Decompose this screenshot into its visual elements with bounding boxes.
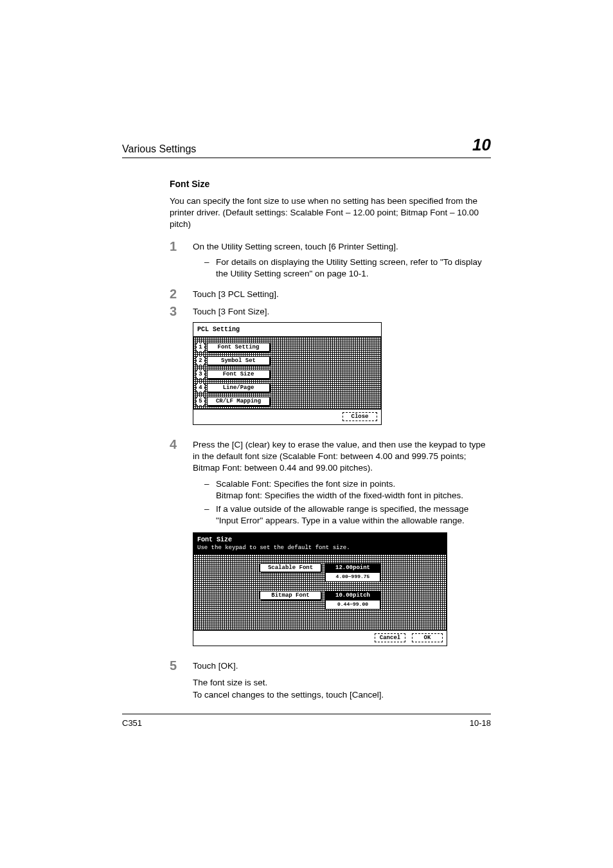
step-number: 4: [170, 438, 193, 655]
dash-icon: –: [204, 503, 216, 527]
step-para: The font size is set.: [193, 677, 491, 689]
step-text: Touch [OK].: [193, 661, 238, 671]
screen-title: PCL Setting: [193, 323, 381, 338]
bitmap-font-range: 0.44~99.00: [325, 600, 380, 610]
step-number: 1: [170, 240, 193, 284]
section-title: Font Size: [170, 179, 491, 189]
running-header: Various Settings 10: [122, 135, 491, 158]
menu-number: 4: [196, 383, 205, 392]
chapter-number: 10: [472, 135, 491, 155]
menu-number: 5: [196, 397, 205, 406]
cancel-button[interactable]: Cancel: [375, 633, 405, 642]
step-text: Press the [C] (clear) key to erase the v…: [193, 440, 486, 473]
step-text: On the Utility Setting screen, touch [6 …: [193, 242, 398, 251]
menu-number: 3: [196, 370, 205, 379]
crlf-mapping-button[interactable]: CR/LF Mapping: [207, 397, 270, 406]
step-subtext: Scalable Font: Specifies the font size i…: [216, 478, 491, 502]
line-page-button[interactable]: Line/Page: [207, 383, 270, 392]
step-number: 2: [170, 287, 193, 301]
scalable-font-button[interactable]: Scalable Font: [260, 563, 321, 572]
pcl-setting-screen: PCL Setting 1Font Setting 2Symbol Set 3F…: [193, 322, 382, 426]
scalable-font-range: 4.00~999.75: [325, 572, 380, 582]
step-number: 5: [170, 659, 193, 701]
screen-subtitle: Use the keypad to set the default font s…: [197, 544, 443, 552]
step-subtext: For details on displaying the Utility Se…: [216, 257, 491, 280]
dash-icon: –: [204, 257, 216, 280]
menu-number: 2: [196, 356, 205, 365]
step-text: Touch [3 Font Size].: [193, 307, 269, 316]
symbol-set-button[interactable]: Symbol Set: [207, 356, 270, 365]
font-setting-button[interactable]: Font Setting: [207, 343, 270, 352]
bitmap-font-value: 10.00pitch: [325, 591, 380, 600]
close-button[interactable]: Close: [342, 412, 377, 421]
font-size-button[interactable]: Font Size: [207, 370, 270, 379]
page-footer: C351 10-18: [122, 714, 491, 728]
model-label: C351: [122, 718, 142, 728]
section-intro: You can specify the font size to use whe…: [170, 195, 491, 231]
bitmap-font-button[interactable]: Bitmap Font: [260, 591, 321, 600]
screen-title: Font Size: [197, 536, 443, 545]
page-number: 10-18: [470, 718, 491, 728]
menu-number: 1: [196, 343, 205, 352]
step-number: 3: [170, 305, 193, 434]
step-para: To cancel changes to the settings, touch…: [193, 689, 491, 701]
dash-icon: –: [204, 478, 216, 502]
step-subtext: If a value outside of the allowable rang…: [216, 503, 491, 527]
scalable-font-value: 12.00point: [325, 563, 380, 572]
step-text: Touch [3 PCL Setting].: [193, 289, 279, 299]
ok-button[interactable]: OK: [412, 633, 443, 642]
font-size-screen: Font Size Use the keypad to set the defa…: [193, 532, 447, 647]
running-title: Various Settings: [122, 143, 196, 155]
